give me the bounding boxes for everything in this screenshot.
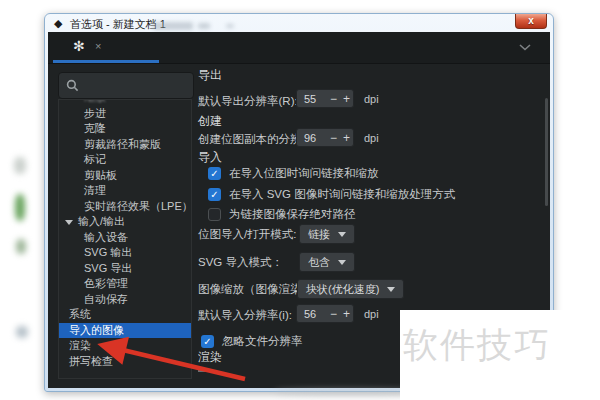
blurred-censor-mark [226,24,234,28]
screenshot-root: ◆ 首选项 - 新建文档 1 x ✻ × [0,0,600,400]
search-icon [66,79,79,92]
sidebar-item-input-devices[interactable]: 输入设备 [59,230,191,246]
checkbox-ask-svg-link[interactable]: ✓ 在导入 SVG 图像时询问链接和缩放处理方式 [208,187,455,202]
sidebar-item-imported-images[interactable]: 导入的图像 [59,323,191,339]
dropdown-caret-icon [387,287,395,292]
checkbox-absolute-path[interactable]: 为链接图像保存绝对路径 [208,207,356,222]
decrement-button[interactable]: − [327,131,340,145]
increment-button[interactable]: + [340,92,353,106]
unit-label: dpi [364,93,379,105]
dropdown-caret-icon [338,260,346,265]
svg-import-mode-dropdown[interactable]: 包含 [299,252,355,272]
background-smudge [16,326,28,338]
image-scale-dropdown[interactable]: 块状(优化速度) [297,279,404,299]
blurred-censor-mark [153,22,193,30]
search-input[interactable] [58,72,194,99]
svg-import-mode-label: SVG 导入模式： [198,255,283,270]
close-button[interactable]: x [515,14,547,29]
blurred-censor-mark [198,23,210,29]
sidebar-item-cleanup[interactable]: 清理 [59,183,191,199]
tab-bar: ✻ × [48,32,550,64]
spin-value[interactable]: 56 [297,308,327,320]
preferences-category-list: 缩放 步进 克隆 剪裁路径和蒙版 标记 剪贴板 清理 实时路径效果（LPE） 输… [58,99,192,379]
unit-label: dpi [364,132,379,144]
sidebar-scrollbar[interactable] [545,98,548,206]
sidebar-item-svg-export[interactable]: SVG 导出 [59,261,191,277]
close-icon: x [528,16,534,26]
checkbox-checked-icon[interactable]: ✓ [208,167,221,180]
checkbox-unchecked-icon[interactable] [208,208,221,221]
decrement-button[interactable]: − [327,92,340,106]
create-copy-dpi-spinbox[interactable]: 96 − + [296,128,354,147]
sidebar-item[interactable]: 缩放 [59,99,191,106]
sidebar-item-clippaths[interactable]: 剪裁路径和蒙版 [59,137,191,153]
background-smudge [14,157,26,174]
sidebar-group-input-output[interactable]: 输入/输出 [59,214,191,230]
increment-button[interactable]: + [340,307,353,321]
checkbox-checked-icon[interactable]: ✓ [201,335,214,348]
section-header-import: 导入 [198,149,222,166]
active-tab-indicator [53,60,159,63]
default-import-dpi-label: 默认导入分辨率(i): [198,308,292,323]
titlebar: ◆ 首选项 - 新建文档 1 x [45,14,553,32]
increment-button[interactable]: + [340,131,353,145]
background-smudge [15,194,25,221]
preferences-tab-icon[interactable]: ✻ [73,39,85,53]
export-dpi-label: 默认导出分辨率(R): [198,94,298,109]
sidebar-item-autosave[interactable]: 自动保存 [59,292,191,308]
sidebar-item-markers[interactable]: 标记 [59,152,191,168]
image-scale-label: 图像缩放（图像渲染） [198,282,313,297]
decrement-button[interactable]: − [327,307,340,321]
checkbox-checked-icon[interactable]: ✓ [208,188,221,201]
section-divider [198,370,211,372]
section-header-create: 创建 [198,113,222,130]
sidebar-item-steps[interactable]: 步进 [59,106,191,122]
section-header-render: 渲染 [198,349,222,366]
sidebar-item-clipboard[interactable]: 剪贴板 [59,168,191,184]
tab-close-icon[interactable]: × [95,41,101,52]
sidebar-item-spellcheck[interactable]: 拼写检查 [59,354,191,370]
sidebar-item-svg-output[interactable]: SVG 输出 [59,245,191,261]
expander-triangle-icon[interactable] [65,220,73,225]
checkbox-ask-bitmap-link[interactable]: ✓ 在导入位图时询问链接和缩放 [208,166,379,181]
sidebar-item-clones[interactable]: 克隆 [59,121,191,137]
background-smudge [16,239,26,254]
export-dpi-spinbox[interactable]: 55 − + [296,89,354,108]
sidebar-item-color-management[interactable]: 色彩管理 [59,276,191,292]
default-import-dpi-spinbox[interactable]: 56 − + [296,304,354,323]
section-header-export: 导出 [198,67,222,84]
spin-value[interactable]: 55 [297,93,327,105]
sidebar-item-lpe[interactable]: 实时路径效果（LPE） [59,199,191,215]
dropdown-caret-icon [338,232,346,237]
spin-value[interactable]: 96 [297,132,327,144]
chevron-down-icon[interactable] [518,43,532,51]
unit-label: dpi [364,308,379,320]
sidebar-item-system[interactable]: 系统 [59,307,191,323]
checkbox-ignore-file-dpi[interactable]: ✓ 忽略文件分辨率 [201,334,303,349]
window-title: 首选项 - 新建文档 1 [70,17,166,32]
bitmap-mode-dropdown[interactable]: 链接 [299,224,355,244]
inkscape-logo-icon: ◆ [54,18,62,29]
bitmap-mode-label: 位图导入/打开模式: [198,227,296,242]
watermark-text: 软件技巧 [403,322,551,369]
sidebar-item-rendering[interactable]: 渲染 [59,338,191,354]
